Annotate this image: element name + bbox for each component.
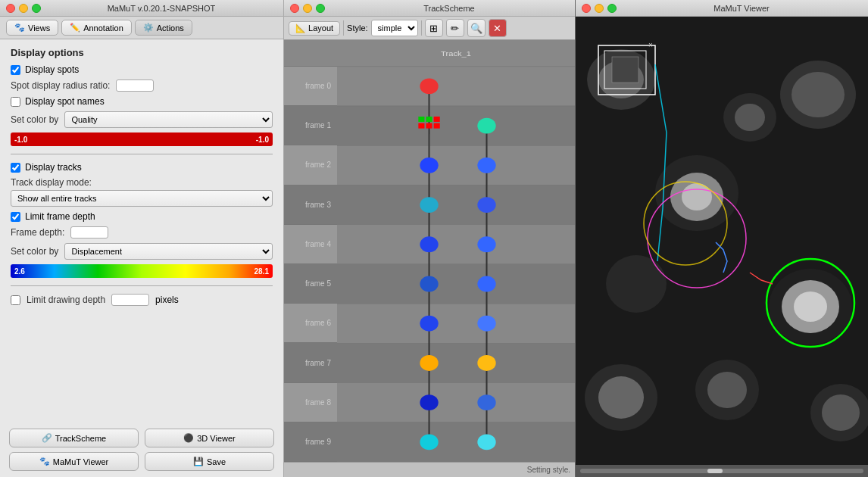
frame-label-7: frame 7 (284, 343, 337, 382)
style-select[interactable]: simple (371, 20, 418, 36)
ts-close-button[interactable] (290, 4, 299, 13)
display-spots-checkbox[interactable] (11, 65, 20, 75)
svg-point-67 (822, 394, 860, 431)
tab-views[interactable]: 🐾 Views (6, 20, 58, 36)
track-mode-section: Track display mode: Show all entire trac… (11, 177, 273, 207)
viewer-close-button[interactable] (582, 4, 591, 13)
svg-rect-1 (337, 106, 575, 145)
spots-gradient-min: -1.0 (11, 136, 31, 144)
set-color-spots-select[interactable]: Quality (64, 111, 273, 128)
scrollbar-track[interactable] (580, 469, 863, 473)
svg-rect-7 (337, 343, 575, 382)
tab-annotation[interactable]: ✏️ Annotation (61, 20, 132, 36)
svg-point-61 (606, 255, 667, 313)
frame-label-8: frame 8 (284, 383, 337, 422)
track-mode-label: Track display mode: (11, 177, 273, 188)
svg-point-38 (420, 276, 438, 292)
buttons-row-2: 🐾 MaMuT Viewer 💾 Save (9, 452, 274, 471)
limit-drawing-row: Limit drawing depth 10.0 pixels (11, 294, 273, 306)
mamut-content: Display options Display spots Spot displ… (0, 39, 283, 422)
viewer-scrollbar[interactable] (576, 465, 868, 477)
display-spot-names-checkbox[interactable] (11, 97, 20, 107)
ts-header-spacer (284, 40, 337, 67)
mamut-viewer-button[interactable]: 🐾 MaMuT Viewer (9, 452, 139, 471)
svg-rect-2 (337, 145, 575, 185)
viewer-maximize-button[interactable] (607, 4, 617, 13)
svg-rect-29 (434, 117, 440, 122)
divider-1 (11, 154, 273, 154)
viewer-minimize-button[interactable] (595, 4, 604, 13)
set-color-spots-label: Set color by (11, 114, 58, 125)
frame-label-4: frame 4 (284, 225, 337, 264)
ts-toolbar: 📐 Layout Style: simple ⊞ ✏ 🔍 ✕ (284, 17, 575, 40)
maximize-button[interactable] (32, 4, 41, 13)
frame-depth-row: Frame depth: 10 (11, 226, 273, 238)
mamut-title: MaMuT v.0.20.1-SNAPSHOT (45, 4, 277, 13)
svg-rect-28 (426, 123, 432, 129)
svg-point-60 (794, 292, 827, 322)
ts-frame-labels: frame 0 frame 1 frame 2 frame 3 frame 4 … (284, 40, 337, 462)
limit-frame-depth-checkbox[interactable] (11, 212, 20, 222)
svg-text:Track_1: Track_1 (441, 50, 471, 58)
viewer-panel: MaMuT Viewer a 0tc=01 (1105.9,1015.0,181… (576, 0, 868, 477)
ts-status-text: Setting style. (527, 466, 570, 474)
tracks-gradient-bar: 2.6 28.1 (11, 264, 273, 278)
svg-point-54 (792, 72, 845, 117)
svg-point-42 (420, 355, 438, 371)
display-spots-label: Display spots (25, 64, 79, 75)
actions-icon: ⚙️ (143, 23, 154, 33)
svg-rect-6 (337, 304, 575, 343)
ts-maximize-button[interactable] (316, 4, 325, 13)
trackscheme-icon: 🔗 (42, 433, 52, 443)
viewer-3d-button[interactable]: ⚫ 3D Viewer (145, 429, 274, 447)
close-button[interactable] (6, 4, 15, 13)
copy-icon-btn[interactable]: ⊞ (425, 19, 443, 37)
zoom-icon-btn[interactable]: 🔍 (467, 19, 486, 37)
limit-frame-depth-label: Limit frame depth (25, 211, 95, 222)
ts-minimize-button[interactable] (303, 4, 312, 13)
tab-actions[interactable]: ⚙️ Actions (135, 20, 192, 36)
svg-point-31 (477, 118, 495, 134)
trackscheme-button[interactable]: 🔗 TrackScheme (9, 429, 139, 447)
viewer-traffic-lights (582, 4, 617, 13)
scrollbar-thumb[interactable] (707, 469, 723, 473)
close-icon-btn[interactable]: ✕ (489, 19, 507, 37)
frame-label-6: frame 6 (284, 304, 337, 343)
spot-radius-input[interactable]: 1 (116, 80, 154, 92)
ts-title: TrackScheme (329, 4, 569, 13)
frame-label-5: frame 5 (284, 264, 337, 304)
toolbar-separator-2 (421, 20, 422, 36)
display-options-title: Display options (11, 47, 273, 58)
track-mode-select[interactable]: Show all entire tracks (11, 190, 273, 207)
viewer-title: MaMuT Viewer (621, 4, 862, 13)
tracks-gradient-max: 28.1 (251, 267, 273, 276)
svg-rect-5 (337, 264, 575, 304)
set-color-tracks-select[interactable]: Displacement (64, 243, 273, 260)
save-button[interactable]: 💾 Save (145, 452, 274, 471)
display-tracks-checkbox[interactable] (11, 163, 20, 173)
limit-drawing-input[interactable]: 10.0 (111, 294, 149, 306)
frame-label-2: frame 2 (284, 145, 337, 185)
limit-drawing-checkbox[interactable] (11, 295, 20, 305)
svg-point-40 (420, 316, 438, 332)
limit-frame-depth-row: Limit frame depth (11, 211, 273, 222)
set-color-tracks-label: Set color by (11, 246, 58, 257)
layout-button[interactable]: 📐 Layout (289, 21, 340, 36)
viewer-titlebar: MaMuT Viewer (576, 0, 868, 17)
svg-rect-25 (418, 117, 424, 122)
divider-2 (11, 285, 273, 286)
buttons-row-1: 🔗 TrackScheme ⚫ 3D Viewer (9, 429, 274, 447)
display-tracks-row: Display tracks (11, 162, 273, 173)
display-spot-names-label: Display spot names (25, 96, 105, 107)
edit-icon-btn[interactable]: ✏ (446, 19, 464, 37)
minimize-button[interactable] (19, 4, 28, 13)
svg-rect-0 (337, 67, 575, 106)
svg-rect-9 (337, 422, 575, 462)
svg-point-36 (420, 236, 438, 252)
ts-track-area[interactable]: Track_1 (337, 40, 575, 462)
frame-depth-input[interactable]: 10 (70, 226, 108, 238)
viewer-canvas[interactable]: a 0tc=01 (1105.9,1015.0,1818.6) (576, 17, 868, 465)
set-color-spots-row: Set color by Quality (11, 111, 273, 128)
svg-text:×: × (648, 41, 653, 49)
svg-point-32 (420, 157, 438, 173)
